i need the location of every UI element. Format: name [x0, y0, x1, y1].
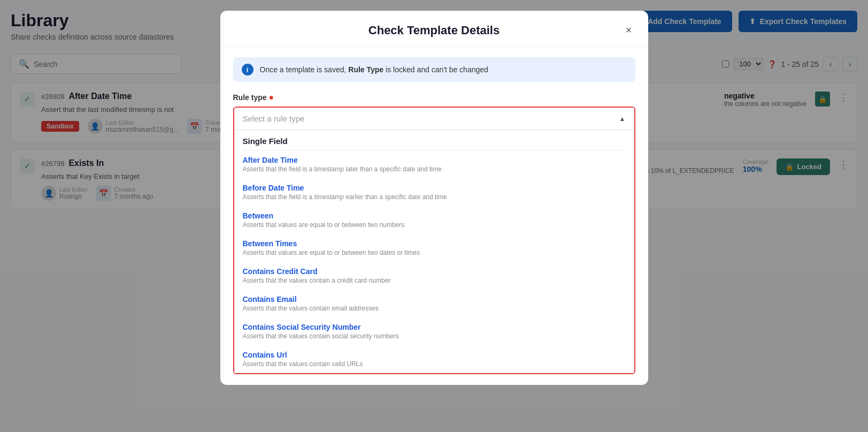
dropdown-item-between[interactable]: Between Asserts that values are equal to… — [234, 206, 634, 234]
item-title: Contains Social Security Number — [243, 323, 626, 331]
dropdown-item-between-times[interactable]: Between Times Asserts that values are eq… — [234, 234, 634, 262]
dropdown-item-after-date-time[interactable]: After Date Time Asserts that the field i… — [234, 150, 634, 178]
dropdown-item-contains-url[interactable]: Contains Url Asserts that the values con… — [234, 345, 634, 373]
rule-type-label: Rule type ● — [233, 93, 635, 102]
dropdown-item-contains-credit-card[interactable]: Contains Credit Card Asserts that the va… — [234, 262, 634, 290]
item-title: Contains Credit Card — [243, 267, 626, 276]
modal-title: Check Template Details — [233, 24, 635, 37]
chevron-up-icon: ▲ — [619, 115, 626, 123]
item-desc: Asserts that the field is a timestamp la… — [243, 165, 626, 173]
modal-close-button[interactable]: × — [620, 21, 637, 39]
required-indicator: ● — [269, 93, 274, 102]
item-title: Before Date Time — [243, 184, 626, 192]
modal-header: Check Template Details × — [220, 11, 648, 47]
rule-type-dropdown-container: Select a rule type ▲ Single Field After … — [233, 107, 635, 374]
info-icon: i — [242, 64, 254, 75]
item-title: Contains Email — [243, 295, 626, 304]
dropdown-item-before-date-time[interactable]: Before Date Time Asserts that the field … — [234, 178, 634, 206]
modal-overlay: Check Template Details × i Once a templa… — [0, 0, 868, 432]
modal-body: i Once a template is saved, Rule Type is… — [220, 47, 648, 385]
dropdown-placeholder: Select a rule type — [243, 114, 305, 123]
dropdown-item-contains-ssn[interactable]: Contains Social Security Number Asserts … — [234, 317, 634, 345]
item-desc: Asserts that the field is a timestamp ea… — [243, 193, 626, 201]
info-banner: i Once a template is saved, Rule Type is… — [233, 57, 635, 82]
item-title: After Date Time — [243, 156, 626, 164]
item-title: Between — [243, 211, 626, 220]
dropdown-list: Single Field After Date Time Asserts tha… — [234, 130, 634, 373]
rule-type-select[interactable]: Select a rule type ▲ — [234, 108, 634, 130]
dropdown-section-single-field: Single Field — [234, 130, 634, 150]
dropdown-item-contains-email[interactable]: Contains Email Asserts that the values c… — [234, 290, 634, 317]
item-desc: Asserts that the values contain a credit… — [243, 277, 626, 284]
modal: Check Template Details × i Once a templa… — [220, 11, 648, 385]
item-desc: Asserts that values are equal to or betw… — [243, 249, 626, 256]
info-text: Once a template is saved, Rule Type is l… — [260, 65, 488, 74]
item-title: Between Times — [243, 239, 626, 248]
item-desc: Asserts that the values contain social s… — [243, 332, 626, 340]
item-title: Contains Url — [243, 351, 626, 359]
item-desc: Asserts that the values contain valid UR… — [243, 360, 626, 368]
item-desc: Asserts that values are equal to or betw… — [243, 221, 626, 229]
item-desc: Asserts that the values contain email ad… — [243, 305, 626, 312]
